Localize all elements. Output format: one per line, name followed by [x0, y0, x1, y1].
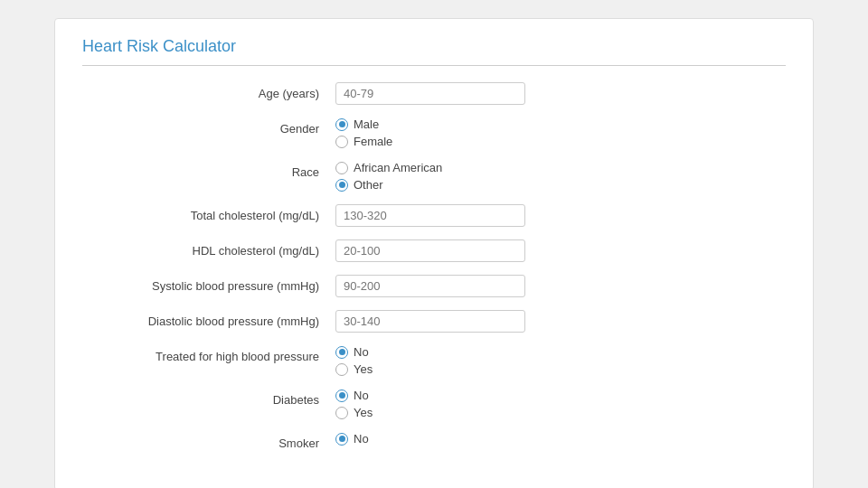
- radio-option-label: Female: [354, 135, 392, 148]
- radio-option-label: African American: [354, 161, 442, 174]
- field-row-diastolic-bp: Diastolic blood pressure (mmHg): [82, 310, 786, 333]
- field-row-gender: GenderMaleFemale: [82, 117, 786, 148]
- field-row-smoker: SmokerNo: [82, 432, 786, 450]
- radio-group-diabetes: NoYes: [335, 389, 786, 419]
- input-hdl-cholesterol[interactable]: [335, 239, 525, 262]
- radio-group-gender: MaleFemale: [335, 117, 786, 148]
- form-container: Age (years)GenderMaleFemaleRaceAfrican A…: [82, 82, 786, 450]
- radio-dot-icon: [335, 407, 348, 419]
- radio-option-label: Yes: [354, 406, 373, 419]
- label-gender: Gender: [82, 117, 335, 136]
- radio-dot-icon: [335, 389, 348, 402]
- control-diabetes: NoYes: [335, 389, 786, 419]
- radio-option-diabetes-yes[interactable]: Yes: [335, 406, 786, 419]
- control-age: [335, 82, 786, 105]
- radio-option-gender-male[interactable]: Male: [335, 117, 786, 131]
- control-treated-hbp: NoYes: [335, 345, 786, 376]
- radio-option-label: No: [354, 345, 369, 359]
- radio-group-race: African AmericanOther: [335, 161, 786, 192]
- label-race: Race: [82, 161, 335, 179]
- field-row-hdl-cholesterol: HDL cholesterol (mg/dL): [82, 239, 786, 262]
- radio-dot-icon: [335, 179, 348, 192]
- field-row-systolic-bp: Systolic blood pressure (mmHg): [82, 275, 786, 297]
- radio-option-label: Yes: [354, 362, 373, 376]
- field-row-total-cholesterol: Total cholesterol (mg/dL): [82, 204, 786, 227]
- label-hdl-cholesterol: HDL cholesterol (mg/dL): [82, 239, 335, 258]
- radio-dot-icon: [335, 363, 348, 376]
- label-treated-hbp: Treated for high blood pressure: [82, 345, 335, 363]
- card-title: Heart Risk Calculator: [82, 37, 786, 66]
- label-smoker: Smoker: [82, 432, 335, 450]
- input-systolic-bp[interactable]: [335, 275, 525, 297]
- radio-group-smoker: No: [335, 432, 786, 446]
- radio-dot-icon: [335, 136, 348, 148]
- input-total-cholesterol[interactable]: [335, 204, 525, 227]
- radio-option-diabetes-no[interactable]: No: [335, 389, 786, 402]
- radio-option-race-african-american[interactable]: African American: [335, 161, 786, 174]
- radio-group-treated-hbp: NoYes: [335, 345, 786, 376]
- input-age[interactable]: [335, 82, 525, 105]
- field-row-age: Age (years): [82, 82, 786, 105]
- label-diastolic-bp: Diastolic blood pressure (mmHg): [82, 310, 335, 328]
- radio-option-gender-female[interactable]: Female: [335, 135, 786, 148]
- control-total-cholesterol: [335, 204, 786, 227]
- control-hdl-cholesterol: [335, 239, 786, 262]
- radio-dot-icon: [335, 433, 348, 446]
- field-row-treated-hbp: Treated for high blood pressureNoYes: [82, 345, 786, 376]
- control-systolic-bp: [335, 275, 786, 297]
- label-systolic-bp: Systolic blood pressure (mmHg): [82, 275, 335, 293]
- radio-option-treated-hbp-no[interactable]: No: [335, 345, 786, 359]
- radio-dot-icon: [335, 346, 348, 359]
- radio-dot-icon: [335, 118, 348, 131]
- radio-option-treated-hbp-yes[interactable]: Yes: [335, 362, 786, 376]
- radio-option-smoker-no[interactable]: No: [335, 432, 786, 446]
- radio-dot-icon: [335, 162, 348, 174]
- field-row-diabetes: DiabetesNoYes: [82, 389, 786, 419]
- radio-option-label: No: [354, 432, 369, 446]
- control-smoker: No: [335, 432, 786, 446]
- input-diastolic-bp[interactable]: [335, 310, 525, 333]
- field-row-race: RaceAfrican AmericanOther: [82, 161, 786, 192]
- radio-option-label: No: [354, 389, 369, 402]
- radio-option-label: Other: [354, 178, 383, 192]
- label-age: Age (years): [82, 82, 335, 100]
- label-total-cholesterol: Total cholesterol (mg/dL): [82, 204, 335, 222]
- label-diabetes: Diabetes: [82, 389, 335, 407]
- control-gender: MaleFemale: [335, 117, 786, 148]
- control-race: African AmericanOther: [335, 161, 786, 192]
- radio-option-label: Male: [354, 117, 379, 131]
- control-diastolic-bp: [335, 310, 786, 333]
- radio-option-race-other[interactable]: Other: [335, 178, 786, 192]
- calculator-card: Heart Risk Calculator Age (years)GenderM…: [54, 18, 814, 488]
